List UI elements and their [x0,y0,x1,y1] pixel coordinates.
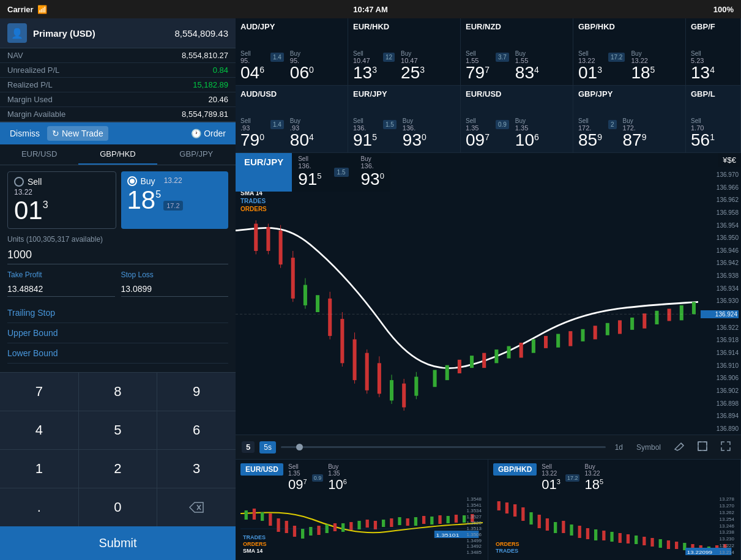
right-panel: AUD/JPY Sell 95. 04 6 1.4 Buy 95. 06 [236,18,741,560]
svg-rect-12 [316,295,319,312]
chart-timeframe-5s[interactable]: 5s [259,441,276,454]
calc-2[interactable]: 2 [79,450,157,488]
take-profit-input[interactable] [7,282,115,297]
buy-spread-badge: 17.2 [163,201,182,211]
chart-slider-thumb[interactable] [296,444,303,450]
chart-svg [236,190,698,435]
calc-0[interactable]: 0 [79,488,157,526]
calculator: 7 8 9 4 5 6 1 2 3 . 0 Submit [0,372,236,560]
sell-price-sup: 3 [43,200,48,210]
buy-price-sup: 5 [155,190,161,200]
buy-price-int: 18 [127,187,156,213]
ticker-eurusd2-prices: Sell 1.35 09 7 0.9 Buy 1.35 10 6 [466,100,568,149]
trailing-stop-field[interactable]: Trailing Stop [7,303,228,323]
ticker-eurjpy[interactable]: EUR/JPY Sell 136. 91 5 1.5 Buy 136. 93 [348,86,461,152]
mini-chart-gbphkd-svg: 13.22099 [493,495,735,556]
stop-loss-field: Stop Loss [121,271,229,297]
ticker-audusd[interactable]: AUD/USD Sell .93 79 0 1.4 Buy .93 80 [236,86,348,152]
chart-expand-icon[interactable] [693,439,712,456]
calc-9[interactable]: 9 [157,373,236,411]
tab-eurusd[interactable]: EUR/USD [0,144,78,165]
svg-rect-62 [309,527,312,536]
svg-rect-78 [438,515,441,524]
ticker-gbpf[interactable]: GBP/F Sell 5.23 13 4 [686,18,741,85]
bottom-charts: EUR/USD Sell 1.35 09 7 0.9 Buy 1.35 [236,459,741,560]
ticker-audjpy-prices: Sell 95. 04 6 1.4 Buy 95. 06 0 [240,32,343,81]
chart-header: EUR/JPY Sell 136. 91 5 1.5 Buy 136. 93 [236,153,741,192]
calc-backspace[interactable] [157,488,236,526]
ticker-eurusd2[interactable]: EUR/USD Sell 1.35 09 7 0.9 Buy 1.35 10 [461,86,573,152]
left-panel: 👤 Primary (USD) 8,554,809.43 NAV 8,554,8… [0,18,236,560]
realized-pl-row: Realized P/L 15,182.89 [0,78,236,92]
svg-rect-96 [578,526,581,538]
calc-3[interactable]: 3 [157,450,236,488]
ticker-gbpl[interactable]: GBP/L Sell 1.70 56 1 [686,86,741,152]
chart-area: EUR/JPY Sell 136. 91 5 1.5 Buy 136. 93 [236,153,741,459]
margin-available-value: 8,554,789.81 [182,110,228,119]
mini-chart-eurusd[interactable]: EUR/USD Sell 1.35 09 7 0.9 Buy 1.35 [236,460,488,560]
ticker-gbpjpy[interactable]: GBP/JPY Sell 172. 85 9 2 Buy 172. 87 [573,86,686,152]
chart-slider[interactable] [281,446,606,448]
ticker-eurhkd[interactable]: EUR/HKD Sell 10.47 13 3 12 Buy 10.47 25 [348,18,461,85]
svg-rect-44 [618,320,622,334]
ticker-eurnzd[interactable]: EUR/NZD Sell 1.55 79 7 3.7 Buy 1.55 83 [461,18,573,85]
units-input[interactable] [7,246,228,264]
buy-radio[interactable] [127,176,137,186]
order-button[interactable]: 🕐 Order [186,126,231,141]
svg-rect-104 [642,537,646,545]
ticker-gbphkd-buy: Buy 13.22 18 5 [631,50,655,81]
calc-6[interactable]: 6 [157,411,236,449]
sell-side[interactable]: Sell 13.22 01 3 [7,171,116,229]
ticker-gbphkd-prices: Sell 13.22 01 3 17.2 Buy 13.22 18 5 [578,32,680,81]
ticker-audjpy-pair: AUD/JPY [240,22,343,31]
lower-bound-field[interactable]: Lower Bound [7,343,228,364]
calc-1[interactable]: 1 [0,450,78,488]
svg-rect-29 [433,370,437,387]
new-trade-button[interactable]: ↻ New Trade [47,126,108,141]
chart-timeframe-1d[interactable]: 1d [611,441,627,454]
buy-price-label: 13.22 [164,176,182,185]
chart-fullscreen-icon[interactable] [717,439,735,456]
dismiss-button[interactable]: Dismiss [5,126,45,141]
chart-timeframe-num[interactable]: 5 [242,441,255,453]
calc-dot[interactable]: . [0,488,78,526]
ticker-eurusd2-spread: 0.9 [496,120,509,129]
calc-7[interactable]: 7 [0,373,78,411]
ticker-gbphkd[interactable]: GBP/HKD Sell 13.22 01 3 17.2 Buy 13.22 1… [573,18,686,85]
mini-chart-gbphkd[interactable]: GBP/HKD Sell 13.22 01 3 17.2 Buy 13.2 [488,460,741,560]
calc-8[interactable]: 8 [79,373,157,411]
ticker-row-2: AUD/USD Sell .93 79 0 1.4 Buy .93 80 [236,86,741,153]
svg-rect-76 [422,516,425,524]
tpsl-row: Take Profit Stop Loss [7,271,228,297]
svg-rect-65 [333,523,337,531]
margin-used-label: Margin Used [7,95,53,104]
submit-button[interactable]: Submit [0,526,236,560]
stop-loss-input[interactable] [121,282,229,297]
svg-rect-63 [317,526,320,535]
calc-4[interactable]: 4 [0,411,78,449]
svg-rect-86 [497,501,501,510]
buy-side[interactable]: Buy 13.22 18 5 17.2 [121,171,229,229]
margin-used-row: Margin Used 20.46 [0,92,236,107]
take-profit-field: Take Profit [7,271,115,297]
svg-rect-32 [470,356,474,368]
svg-rect-108 [675,542,678,549]
svg-rect-107 [667,540,670,549]
calc-grid: 7 8 9 4 5 6 1 2 3 . 0 [0,373,236,526]
svg-rect-39 [556,334,560,348]
sell-radio[interactable] [14,177,24,187]
status-left: Carrier 📶 [7,5,47,14]
tab-gbpjpy[interactable]: GBP/JPY [157,144,236,165]
svg-rect-90 [529,512,532,525]
ticker-audjpy[interactable]: AUD/JPY Sell 95. 04 6 1.4 Buy 95. 06 [236,18,348,85]
buy-label: Buy [141,176,155,186]
svg-rect-50 [692,302,696,314]
tab-gbphkd[interactable]: GBP/HKD [78,144,157,165]
upper-bound-field[interactable]: Upper Bound [7,323,228,343]
ticker-gbpl-pair: GBP/L [691,89,735,99]
chart-draw-icon[interactable] [670,439,688,456]
chart-symbol-btn[interactable]: Symbol [632,441,665,454]
stop-loss-label: Stop Loss [121,271,229,279]
calc-5[interactable]: 5 [79,411,157,449]
svg-rect-53 [698,442,707,450]
